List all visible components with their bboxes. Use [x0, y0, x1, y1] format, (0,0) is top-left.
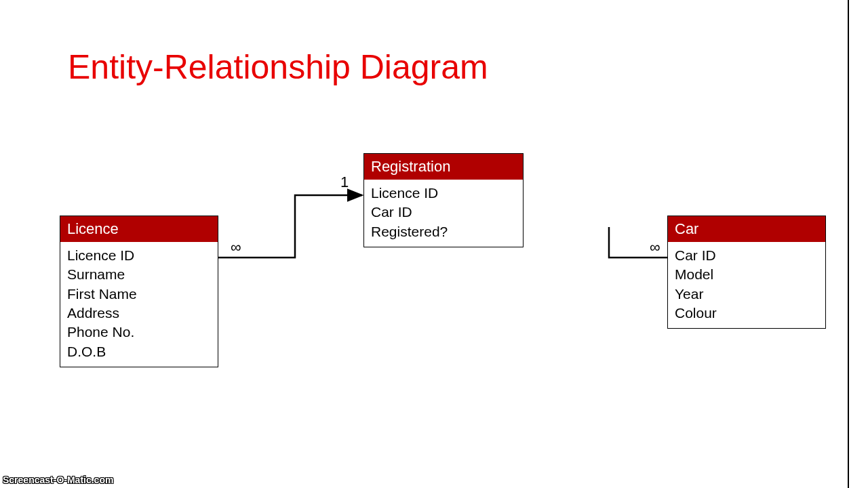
right-border [848, 0, 868, 488]
entity-field: Registered? [371, 222, 516, 241]
cardinality-car: ∞ [650, 239, 660, 256]
entity-car-header: Car [668, 216, 825, 242]
entity-field: D.O.B [67, 342, 211, 361]
entity-registration-header: Registration [364, 154, 523, 180]
entity-field: Phone No. [67, 323, 211, 342]
entity-field: Car ID [371, 203, 516, 222]
entity-field: Surname [67, 265, 211, 284]
entity-car-body: Car ID Model Year Colour [668, 242, 825, 328]
entity-registration: Registration Licence ID Car ID Registere… [363, 153, 524, 247]
entity-field: Address [67, 304, 211, 323]
cardinality-registration: 1 [340, 174, 349, 191]
entity-field: Licence ID [371, 184, 516, 203]
entity-registration-body: Licence ID Car ID Registered? [364, 180, 523, 247]
entity-licence-header: Licence [60, 216, 218, 242]
entity-licence: Licence Licence ID Surname First Name Ad… [60, 216, 218, 367]
entity-field: Year [675, 285, 818, 304]
entity-field: Licence ID [67, 246, 211, 265]
entity-field: Car ID [675, 246, 818, 265]
entity-field: First Name [67, 285, 211, 304]
page-title: Entity-Relationship Diagram [68, 47, 488, 87]
watermark: Screencast-O-Matic.com [3, 474, 113, 485]
entity-field: Model [675, 265, 818, 284]
entity-licence-body: Licence ID Surname First Name Address Ph… [60, 242, 218, 367]
cardinality-licence: ∞ [231, 239, 241, 256]
entity-field: Colour [675, 304, 818, 323]
entity-car: Car Car ID Model Year Colour [667, 216, 826, 329]
